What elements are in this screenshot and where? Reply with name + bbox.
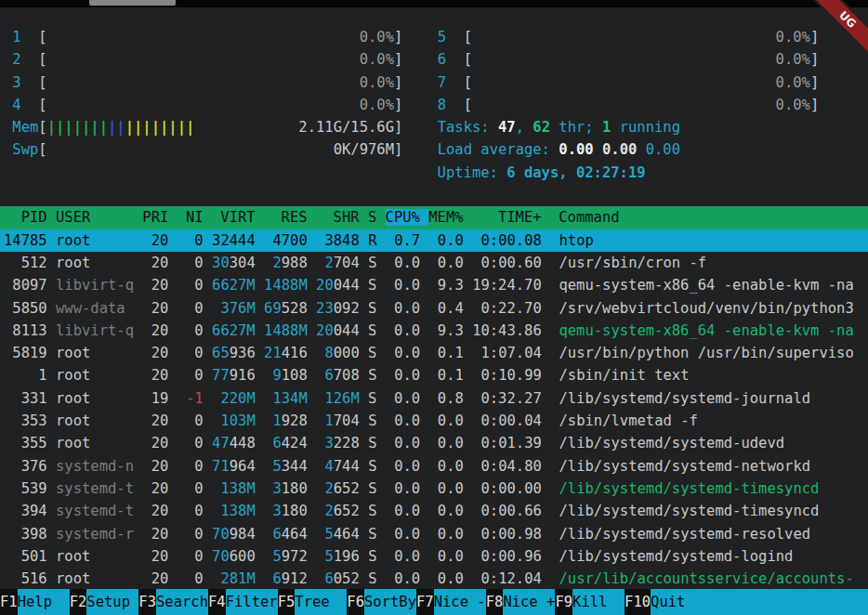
cpu-meter-row-2: 2 [ 0.0%] 6 [ 0.0%] [0,48,868,71]
threads-count: 62 [533,119,550,136]
fn-key-number: F8 [486,589,504,615]
cell-ni: -1 [178,390,204,407]
process-row-355[interactable]: 355 root 20 0 47448 6424 3228 S 0.0 0.0 … [0,432,868,454]
cell-cpu-pct: 0.0 [386,345,420,361]
load-15min: 0.00 [646,141,680,158]
cell-pri: 20 [142,435,168,451]
cell-cpu-pct: 0.0 [386,480,420,497]
cell-pri: 20 [142,367,168,384]
fn-key-label: Nice - [434,589,486,615]
uptime-label: Uptime: [438,164,507,181]
cell-pri: 20 [142,548,168,565]
cell-pri: 20 [142,255,168,271]
memory-meter-row: Mem[||||||||||||||||| 2.11G/15.6G] Tasks… [0,116,868,138]
process-row-331[interactable]: 331 root 19 -1 220M 134M 126M S 0.0 0.8 … [0,387,868,410]
cell-pid: 355 [4,435,47,451]
cpu-meter-value-3: 0.0% [47,74,394,91]
fn-bar-filler [685,589,868,615]
process-row-394[interactable]: 394 systemd-t 20 0 138M 3180 2652 S 0.0 … [0,500,868,522]
fn-key-f8[interactable]: F8Nice + [486,589,556,615]
cell-user: systemd-r [56,526,134,543]
process-row-5850[interactable]: 5850 www-data 20 0 376M 69528 23092 S 0.… [0,297,868,320]
cpu-meter-value-1: 0.0% [47,29,394,46]
cell-user: root [56,548,134,565]
process-row-516[interactable]: 516 root 20 0 281M 6912 6052 S 0.0 0.0 0… [0,568,868,590]
process-row-376[interactable]: 376 systemd-n 20 0 71964 5344 4744 S 0.0… [0,455,868,478]
cell-time: 0:22.70 [472,300,542,317]
process-row-8113[interactable]: 8113 libvirt-q 20 0 6627M 1488M 20044 S … [0,320,868,342]
cpu-meter-label-6: 6 [438,51,446,68]
fn-key-number: F10 [625,589,651,615]
cell-time: 0:00.04 [472,412,542,429]
process-row-8097[interactable]: 8097 libvirt-q 20 0 6627M 1488M 20044 S … [0,274,868,296]
process-row-5819[interactable]: 5819 root 20 0 65936 21416 8000 S 0.0 0.… [0,342,868,364]
cell-ni: 0 [178,503,204,519]
swap-meter-row: Swp[ 0K/976M] Load average: 0.00 0.00 0.… [0,138,868,161]
tasks-label: Tasks: [438,119,498,136]
fn-key-label: Search [156,589,208,615]
cell-cpu-pct: 0.0 [386,322,420,339]
fn-key-f3[interactable]: F3Search [138,589,208,615]
cell-pri: 19 [142,390,168,407]
cell-time: 1:07.04 [472,345,542,361]
process-row-14785[interactable]: 14785 root 20 0 32444 4700 3848 R 0.7 0.… [0,229,868,252]
process-row-398[interactable]: 398 systemd-r 20 0 70984 6464 5464 S 0.0… [0,523,868,545]
fn-key-f6[interactable]: F6SortBy [347,589,416,615]
cell-time: 0:04.80 [472,458,542,475]
table-columns-right: MEM% TIME+ Command [428,209,619,226]
process-row-512[interactable]: 512 root 20 0 30304 2988 2704 S 0.0 0.0 … [0,252,868,274]
fn-key-label: Filter [226,589,278,615]
cell-time: 0:32.27 [472,390,542,407]
process-row-1[interactable]: 1 root 20 0 77916 9108 6708 S 0.0 0.1 0:… [0,364,868,386]
blank-row [0,184,868,206]
function-key-bar: F1Help F2Setup F3SearchF4FilterF5Tree F6… [0,589,868,615]
fn-key-label: Kill [572,589,625,615]
cell-ni: 0 [178,277,204,294]
cell-time: 0:00.96 [472,548,542,565]
cell-command: /lib/systemd/systemd-networkd [559,458,810,475]
cell-time: 0:12.04 [472,570,542,587]
process-row-539[interactable]: 539 systemd-t 20 0 138M 3180 2652 S 0.0 … [0,478,868,500]
cell-mem-pct: 0.0 [428,570,463,587]
cell-pri: 20 [142,322,168,339]
fn-key-f7[interactable]: F7Nice - [416,589,486,615]
table-header-row[interactable]: PID USER PRI NI VIRT RES SHR S CPU% MEM%… [0,206,868,229]
cell-cpu-pct: 0.0 [386,548,420,565]
memory-bar-cache: |||||||| [125,119,195,136]
table-columns-left: PID USER PRI NI VIRT RES SHR S [4,209,386,226]
cell-pid: 501 [4,548,47,565]
cell-user: root [56,345,134,361]
cell-command: /lib/systemd/systemd-journald [559,390,810,407]
process-row-501[interactable]: 501 root 20 0 70600 5972 5196 S 0.0 0.0 … [0,545,868,568]
cell-user: systemd-t [56,503,134,519]
process-row-353[interactable]: 353 root 20 0 103M 1928 1704 S 0.0 0.0 0… [0,410,868,432]
cell-command: /usr/lib/accountsservice/accounts- [559,570,853,587]
cell-pid: 398 [4,526,47,543]
cell-mem-pct: 0.0 [428,232,463,249]
fn-key-f9[interactable]: F9Kill [555,589,625,615]
sort-column-header[interactable]: CPU% [386,209,429,226]
cell-mem-pct: 9.3 [428,322,463,339]
fn-key-label: Tree [295,589,347,615]
window-drag-tab[interactable] [89,0,176,6]
cell-time: 0:00.60 [472,255,542,271]
cpu-meter-value-5: 0.0% [472,29,810,46]
cell-mem-pct: 9.3 [428,277,463,294]
cell-pid: 1 [4,367,47,384]
cell-cpu-pct: 0.0 [386,412,420,429]
fn-key-f5[interactable]: F5Tree [278,589,348,615]
fn-key-f2[interactable]: F2Setup [70,589,139,615]
cell-user: root [56,232,134,249]
cell-pri: 20 [142,526,168,543]
meters-area: 1 [ 0.0%] 5 [ 0.0%] 2 [ 0.0%] 6 [ 0.0%] … [0,7,868,206]
fn-key-f1[interactable]: F1Help [0,589,70,615]
fn-key-label: Nice + [503,589,555,615]
cell-mem-pct: 0.0 [428,548,463,565]
cell-cpu-pct: 0.0 [386,255,420,271]
fn-key-f4[interactable]: F4Filter [208,589,278,615]
cell-ni: 0 [178,255,204,271]
cell-ni: 0 [178,570,204,587]
fn-key-label: Setup [86,589,138,615]
fn-key-f10[interactable]: F10Quit [625,589,685,615]
cell-pid: 539 [4,480,47,497]
